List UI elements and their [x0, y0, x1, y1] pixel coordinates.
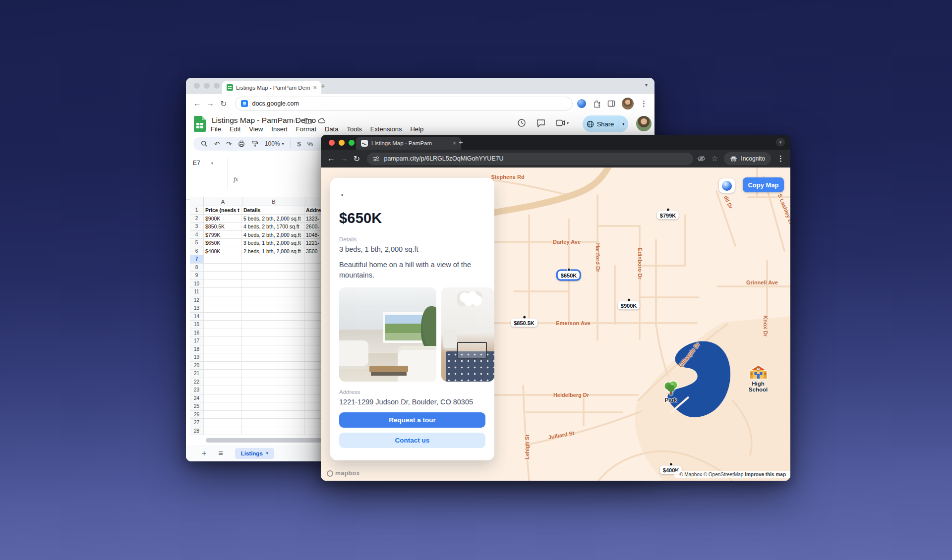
row-header-3[interactable]: 3 [190, 223, 204, 231]
cell-A20[interactable] [204, 362, 242, 370]
improve-map-link[interactable]: Improve this map [745, 472, 786, 477]
listing-photo-2[interactable] [441, 287, 494, 382]
cell-B11[interactable] [242, 288, 304, 296]
cell-B2[interactable]: 5 beds, 2 bth, 2,000 sq.ft [242, 215, 304, 223]
search-icon[interactable] [201, 140, 208, 147]
cell-A2[interactable]: $900K [204, 215, 242, 223]
redo-icon[interactable]: ↷ [226, 140, 232, 148]
menu-file[interactable]: File [211, 125, 221, 133]
cell-B25[interactable] [242, 402, 304, 411]
row-header-28[interactable]: 28 [190, 427, 204, 436]
cell-B28[interactable] [242, 427, 304, 436]
cell-A3[interactable]: $850.5K [204, 223, 242, 231]
cell-A22[interactable] [204, 378, 242, 387]
comments-icon[interactable] [536, 119, 545, 127]
forward-button[interactable]: → [340, 154, 349, 163]
zoom-window-icon[interactable] [349, 140, 355, 146]
cell-B24[interactable] [242, 394, 304, 403]
side-panel-icon[interactable] [607, 100, 615, 108]
cell-B19[interactable] [242, 353, 304, 362]
menu-extensions[interactable]: Extensions [370, 125, 402, 133]
select-all-corner[interactable] [190, 197, 204, 206]
cell-B13[interactable] [242, 304, 304, 313]
cell-A8[interactable] [204, 264, 242, 272]
cell-A4[interactable]: $799K [204, 231, 242, 239]
reload-button[interactable]: ↻ [219, 99, 228, 109]
row-header-10[interactable]: 10 [190, 280, 204, 288]
name-box[interactable]: E7 ▾ [193, 160, 213, 167]
cell-B8[interactable] [242, 264, 304, 272]
zoom-select[interactable]: 100% ▾ [265, 140, 284, 147]
cell-B27[interactable] [242, 419, 304, 427]
cell-A27[interactable] [204, 419, 242, 427]
sheet-tab-caret-icon[interactable]: ▾ [266, 451, 268, 455]
row-header-15[interactable]: 15 [190, 321, 204, 329]
version-history-icon[interactable] [517, 118, 526, 127]
cell-A7[interactable] [204, 255, 242, 264]
cell-B23[interactable] [242, 386, 304, 394]
cell-A11[interactable] [204, 288, 242, 296]
reload-button[interactable]: ↻ [353, 154, 361, 164]
bookmark-star-icon[interactable]: ☆ [712, 154, 718, 163]
row-header-8[interactable]: 8 [190, 264, 204, 272]
copy-map-button[interactable]: Copy Map [743, 177, 784, 192]
window-controls[interactable] [194, 83, 220, 89]
forward-button[interactable]: → [206, 99, 214, 108]
zoom-window-icon[interactable] [214, 83, 220, 89]
price-marker-850_5k[interactable]: $850.5K [511, 319, 537, 327]
video-call-menu[interactable]: ▾ [556, 119, 569, 126]
tab-search-icon[interactable]: ▾ [645, 82, 648, 88]
cell-B18[interactable] [242, 345, 304, 354]
print-icon[interactable] [238, 140, 245, 147]
request-tour-button[interactable]: Request a tour [339, 412, 485, 428]
poi-park[interactable]: Park [664, 380, 678, 403]
row-header-12[interactable]: 12 [190, 296, 204, 305]
mapbox-logo[interactable]: mapbox [327, 470, 360, 477]
minimize-window-icon[interactable] [204, 83, 210, 89]
row-header-2[interactable]: 2 [190, 215, 204, 223]
cell-B21[interactable] [242, 370, 304, 378]
row-header-19[interactable]: 19 [190, 353, 204, 362]
browser-tab[interactable]: Listings Map - PamPam Dem × [222, 81, 321, 94]
price-marker-799k[interactable]: $799K [657, 211, 679, 220]
cell-B20[interactable] [242, 362, 304, 370]
cell-B14[interactable] [242, 313, 304, 321]
row-header-17[interactable]: 17 [190, 337, 204, 345]
row-header-22[interactable]: 22 [190, 378, 204, 387]
profile-avatar[interactable] [622, 98, 634, 110]
extension-icon[interactable] [577, 99, 586, 108]
cell-A23[interactable] [204, 386, 242, 394]
back-button[interactable]: ← [327, 154, 336, 163]
row-header-20[interactable]: 20 [190, 362, 204, 370]
row-header-18[interactable]: 18 [190, 345, 204, 354]
contact-us-button[interactable]: Contact us [339, 433, 485, 448]
cell-A17[interactable] [204, 337, 242, 345]
close-tab-icon[interactable]: × [453, 140, 456, 147]
window-controls[interactable] [329, 140, 355, 146]
row-header-24[interactable]: 24 [190, 394, 204, 403]
cell-B10[interactable] [242, 280, 304, 288]
row-header-26[interactable]: 26 [190, 411, 204, 419]
row-header-7[interactable]: 7 [190, 255, 204, 264]
cell-B16[interactable] [242, 329, 304, 337]
cell-B1[interactable]: Details [242, 206, 304, 215]
move-folder-icon[interactable] [304, 117, 312, 124]
cell-B6[interactable]: 2 beds, 1 bth, 2,000 sq.ft [242, 247, 304, 256]
poi-high-school[interactable]: High School [742, 365, 774, 392]
row-header-27[interactable]: 27 [190, 419, 204, 427]
format-percent-button[interactable]: % [307, 140, 313, 148]
price-marker-900k[interactable]: $900K [618, 301, 640, 310]
row-header-1[interactable]: 1 [190, 206, 204, 215]
row-header-25[interactable]: 25 [190, 402, 204, 411]
all-sheets-icon[interactable]: ≡ [218, 449, 223, 458]
eye-off-icon[interactable] [697, 155, 706, 162]
cell-B3[interactable]: 4 beds, 2 bth, 1700 sq.ft [242, 223, 304, 231]
extensions-puzzle-icon[interactable] [593, 100, 601, 108]
photo-gallery[interactable] [339, 287, 494, 382]
new-tab-button[interactable]: + [321, 81, 325, 90]
cell-B4[interactable]: 4 beds, 2 bth, 2,000 sq.ft [242, 231, 304, 239]
cell-A10[interactable] [204, 280, 242, 288]
cell-A13[interactable] [204, 304, 242, 313]
menu-tools[interactable]: Tools [347, 125, 361, 133]
cell-B17[interactable] [242, 337, 304, 345]
